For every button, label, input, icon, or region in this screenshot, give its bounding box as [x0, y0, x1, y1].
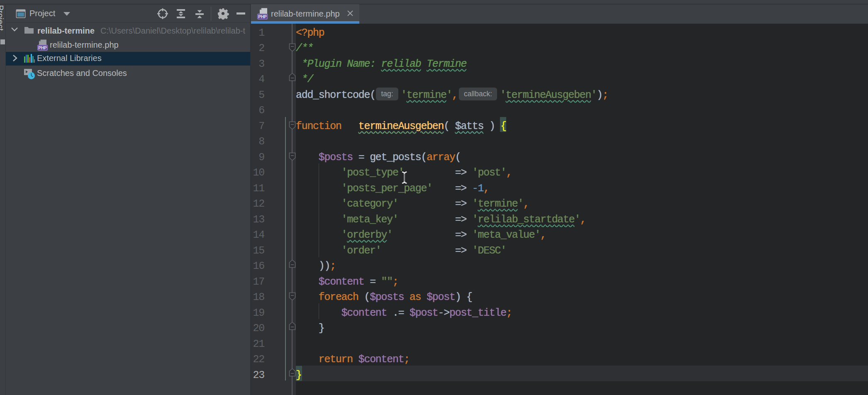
- svg-text:PHP: PHP: [38, 46, 47, 50]
- svg-text:PHP: PHP: [258, 15, 267, 19]
